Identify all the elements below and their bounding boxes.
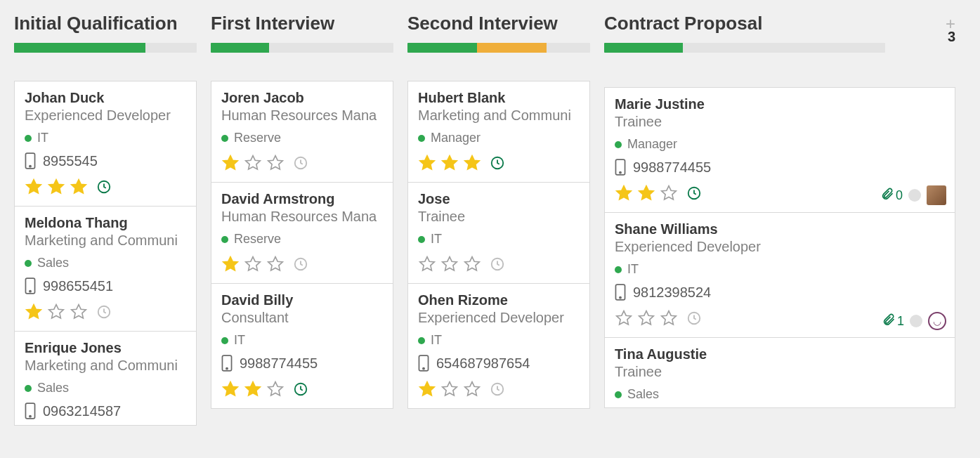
activity-clock-icon[interactable] [490,381,505,397]
candidate-card[interactable]: Johan DuckExperienced DeveloperIT8955545 [15,81,196,207]
rating-row[interactable] [221,255,383,273]
rating-row[interactable] [221,154,383,172]
candidate-card[interactable]: Tina AugustieTraineeSales [605,338,955,407]
activity-clock-icon[interactable] [686,185,702,201]
candidate-card[interactable]: Joren JacobHuman Resources ManaReserve [211,81,393,183]
rating-row[interactable] [418,380,580,398]
rating-row[interactable] [25,303,186,321]
candidate-role: Experienced Developer [418,310,580,326]
tag-row: Sales [615,387,945,402]
candidate-card[interactable]: Meldona ThangMarketing and CommuniSales9… [15,207,196,332]
star-empty-icon[interactable] [244,154,262,172]
status-dot-icon [615,266,622,273]
rating-row[interactable] [418,154,580,172]
card-list: Johan DuckExperienced DeveloperIT8955545… [14,81,197,426]
card-list: Marie JustineTraineeManager99887744550Sh… [604,87,955,408]
rating-row[interactable] [418,255,580,273]
star-filled-icon[interactable] [25,178,43,196]
star-empty-icon[interactable] [463,380,481,398]
column-title: Initial Qualification [14,13,178,34]
candidate-card[interactable]: Hubert BlankMarketing and CommuniManager [408,81,589,183]
star-empty-icon[interactable] [244,255,262,273]
star-filled-icon[interactable] [463,154,481,172]
star-filled-icon[interactable] [440,154,459,172]
star-filled-icon[interactable] [221,380,240,398]
rating-row[interactable] [221,380,383,398]
star-filled-icon[interactable] [221,154,240,172]
phone-row: 8955545 [25,152,186,169]
activity-clock-icon[interactable] [96,179,112,195]
star-empty-icon[interactable] [440,255,459,273]
tag-label: Sales [37,381,69,395]
star-empty-icon[interactable] [70,303,88,321]
phone-number: 654687987654 [436,355,530,372]
column-header: First Interview [211,13,393,34]
kanban-column: Second InterviewHubert BlankMarketing an… [407,13,590,445]
tag-row: Sales [25,256,186,270]
candidate-card[interactable]: Enrique JonesMarketing and CommuniSales0… [15,332,196,425]
candidate-name: Ohen Rizome [418,292,580,308]
paperclip-icon [882,313,896,330]
candidate-name: Marie Justine [615,96,945,112]
activity-clock-icon[interactable] [686,310,702,326]
star-empty-icon[interactable] [418,255,436,273]
candidate-card[interactable]: Shane WilliamsExperienced DeveloperIT981… [605,213,955,338]
star-filled-icon[interactable] [637,184,655,202]
star-empty-icon[interactable] [47,303,65,321]
candidate-card[interactable]: JoseTraineeIT [408,183,589,284]
star-filled-icon[interactable] [418,380,436,398]
card-side-widgets: 1◡ [882,312,946,330]
activity-clock-icon[interactable] [490,155,505,171]
activity-clock-icon[interactable] [293,155,308,171]
attachment-indicator[interactable]: 1 [882,313,904,330]
candidate-name: David Billy [221,292,383,308]
star-empty-icon[interactable] [660,184,678,202]
rating-row[interactable] [25,178,186,196]
candidate-card[interactable]: Marie JustineTraineeManager99887744550 [605,88,955,213]
mobile-phone-icon [615,159,626,176]
activity-clock-icon[interactable] [293,381,308,397]
star-empty-icon[interactable] [266,255,285,273]
star-empty-icon[interactable] [615,309,633,327]
star-filled-icon[interactable] [221,255,240,273]
svg-point-1 [30,166,31,167]
status-dot-icon [221,135,228,142]
mobile-phone-icon [25,277,36,294]
star-empty-icon[interactable] [463,255,481,273]
tag-label: IT [627,262,639,277]
candidate-name: Meldona Thang [25,215,186,231]
activity-clock-icon[interactable] [293,256,308,272]
candidate-role: Marketing and Communi [25,233,186,249]
candidate-card[interactable]: David ArmstrongHuman Resources ManaReser… [211,183,393,284]
star-empty-icon[interactable] [266,380,285,398]
star-filled-icon[interactable] [70,178,88,196]
tag-label: Reserve [234,131,281,145]
star-empty-icon[interactable] [266,154,285,172]
star-empty-icon[interactable] [440,380,459,398]
candidate-card[interactable]: Ohen RizomeExperienced DeveloperIT654687… [408,284,589,408]
user-avatar[interactable] [927,185,946,205]
star-empty-icon[interactable] [637,309,655,327]
attachment-indicator[interactable]: 0 [880,187,903,204]
status-dot-icon [25,260,32,267]
progress-segment [407,43,477,53]
tag-row: IT [615,262,945,277]
mobile-phone-icon [25,403,36,419]
phone-row: 9988774455 [615,159,945,176]
activity-clock-icon[interactable] [96,304,112,320]
candidate-card[interactable]: David BillyConsultantIT9988774455 [211,284,393,408]
candidate-role: Trainee [418,209,580,225]
tag-label: Manager [431,131,481,145]
star-filled-icon[interactable] [418,154,436,172]
star-filled-icon[interactable] [244,380,262,398]
star-empty-icon[interactable] [660,309,678,327]
column-header: Initial Qualification [14,13,197,34]
candidate-role: Human Resources Mana [221,209,383,225]
star-filled-icon[interactable] [25,303,43,321]
phone-row: 654687987654 [418,355,580,372]
smile-avatar-icon[interactable]: ◡ [928,312,946,330]
mobile-phone-icon [615,284,626,301]
star-filled-icon[interactable] [615,184,633,202]
activity-clock-icon[interactable] [490,256,505,272]
star-filled-icon[interactable] [47,178,65,196]
